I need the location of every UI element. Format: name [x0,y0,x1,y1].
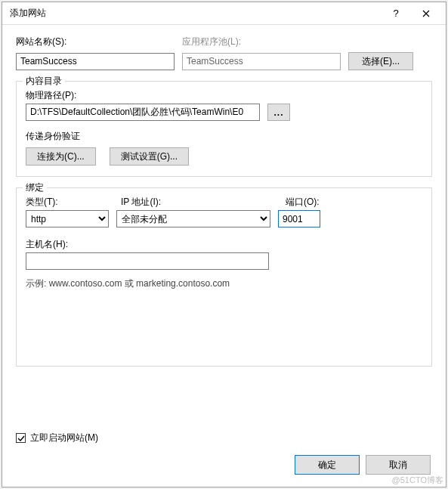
app-pool-label: 应用程序池(L): [182,36,341,48]
ip-select[interactable]: 全部未分配 [116,210,270,227]
dialog-title: 添加网站 [10,7,381,20]
site-name-input[interactable] [16,53,175,70]
titlebar: 添加网站 ? [2,2,446,25]
binding-group: 绑定 类型(T): IP 地址(I): 端口(O): http 全部未分配 主 [16,187,432,367]
dialog-footer: 确定 取消 [16,455,432,479]
hostname-label: 主机名(H): [26,238,422,251]
pass-through-auth-label: 传递身份验证 [26,130,422,143]
test-settings-button[interactable]: 测试设置(G)... [110,147,189,166]
select-app-pool-button[interactable]: 选择(E)... [348,52,413,70]
site-name-label: 网站名称(S): [16,36,175,48]
physical-path-input[interactable] [26,104,260,121]
content-directory-title: 内容目录 [23,75,65,88]
hostname-input[interactable] [26,252,269,270]
app-pool-field: TeamSuccess [182,53,341,70]
close-button[interactable] [411,3,441,24]
help-button[interactable]: ? [381,3,411,24]
close-icon [422,10,430,17]
port-label: 端口(O): [286,196,331,209]
browse-path-button[interactable]: ... [267,104,290,121]
ellipsis-icon: ... [273,107,283,118]
start-immediately-checkbox[interactable] [16,433,26,443]
physical-path-label: 物理路径(P): [26,89,422,102]
type-select[interactable]: http [26,210,109,227]
start-immediately-label: 立即启动网站(M) [30,432,98,444]
dialog-body: 网站名称(S): 应用程序池(L): TeamSuccess 选择(E)... … [2,25,446,487]
ip-label: IP 地址(I): [121,196,278,209]
hostname-example: 示例: www.contoso.com 或 marketing.contoso.… [26,277,422,290]
add-website-dialog: 添加网站 ? 网站名称(S): 应用程序池(L): TeamSuccess 选择… [2,2,446,487]
type-label: 类型(T): [26,196,113,209]
start-immediately-row[interactable]: 立即启动网站(M) [16,432,432,444]
cancel-button[interactable]: 取消 [366,455,431,475]
connect-as-button[interactable]: 连接为(C)... [26,147,96,166]
checkmark-icon [17,435,25,442]
port-input[interactable] [278,210,320,227]
ok-button[interactable]: 确定 [295,455,360,475]
content-directory-group: 内容目录 物理路径(P): ... 传递身份验证 连接为(C)... 测试设置(… [16,81,432,177]
binding-title: 绑定 [23,181,47,194]
